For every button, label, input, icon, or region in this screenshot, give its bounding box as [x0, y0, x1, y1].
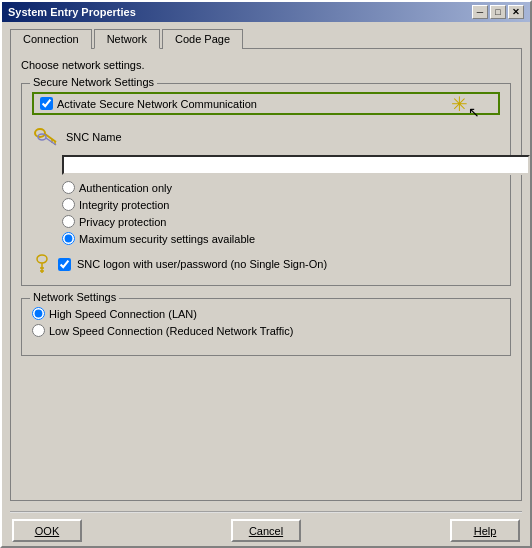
snc-name-input[interactable] — [62, 155, 530, 175]
maximum-security-radio[interactable] — [62, 232, 75, 245]
tab-code-page[interactable]: Code Page — [162, 29, 243, 49]
snc-logon-label[interactable]: SNC logon with user/password (no Single … — [77, 258, 327, 270]
help-button[interactable]: Help — [450, 519, 520, 542]
close-button[interactable]: ✕ — [508, 5, 524, 19]
star-icon: ✳ — [451, 92, 468, 116]
titlebar-buttons: ─ □ ✕ — [472, 5, 524, 19]
authentication-only-radio[interactable] — [62, 181, 75, 194]
maximum-security-label[interactable]: Maximum security settings available — [79, 233, 255, 245]
snc-logon-checkbox[interactable] — [58, 258, 71, 271]
cancel-button[interactable]: Cancel — [231, 519, 301, 542]
svg-point-6 — [37, 255, 47, 263]
integrity-protection-label[interactable]: Integrity protection — [79, 199, 170, 211]
titlebar: System Entry Properties ─ □ ✕ — [2, 2, 530, 22]
svg-point-0 — [35, 129, 45, 137]
network-settings-title: Network Settings — [30, 291, 119, 303]
bottom-buttons: OOK OK Cancel Help — [2, 515, 530, 546]
low-speed-label[interactable]: Low Speed Connection (Reduced Network Tr… — [49, 325, 293, 337]
network-settings-group: Network Settings High Speed Connection (… — [21, 298, 511, 356]
privacy-row: Privacy protection — [62, 215, 500, 228]
integrity-protection-radio[interactable] — [62, 198, 75, 211]
authentication-only-label[interactable]: Authentication only — [79, 182, 172, 194]
tab-network[interactable]: Network — [94, 29, 160, 49]
low-speed-radio[interactable] — [32, 324, 45, 337]
tab-connection[interactable]: Connection — [10, 29, 92, 49]
snc-keys-icon — [32, 123, 60, 151]
privacy-protection-label[interactable]: Privacy protection — [79, 216, 166, 228]
integrity-row: Integrity protection — [62, 198, 500, 211]
max-security-row: Maximum security settings available — [62, 232, 500, 245]
instruction-text: Choose network settings. — [21, 59, 511, 71]
high-speed-row: High Speed Connection (LAN) — [32, 307, 500, 320]
activate-snc-label[interactable]: Activate Secure Network Communication — [57, 98, 257, 110]
ok-underline: O — [35, 525, 44, 537]
tab-content: Choose network settings. Secure Network … — [10, 48, 522, 501]
low-speed-row: Low Speed Connection (Reduced Network Tr… — [32, 324, 500, 337]
snc-logon-key-icon — [32, 253, 52, 275]
security-radio-group: Authentication only Integrity protection… — [62, 181, 500, 245]
secure-network-settings-title: Secure Network Settings — [30, 76, 157, 88]
privacy-protection-radio[interactable] — [62, 215, 75, 228]
window-title: System Entry Properties — [8, 6, 136, 18]
activate-snc-checkbox[interactable] — [40, 97, 53, 110]
secure-network-settings-group: Secure Network Settings Activate Secure … — [21, 83, 511, 286]
activate-snc-area: Activate Secure Network Communication ✳ … — [32, 92, 500, 115]
network-radio-group: High Speed Connection (LAN) Low Speed Co… — [32, 307, 500, 337]
system-entry-properties-window: System Entry Properties ─ □ ✕ Connection… — [0, 0, 532, 548]
ok-button[interactable]: OOK OK — [12, 519, 82, 542]
minimize-button[interactable]: ─ — [472, 5, 488, 19]
snc-logon-row: SNC logon with user/password (no Single … — [32, 253, 500, 275]
tab-bar: Connection Network Code Page — [2, 22, 530, 48]
high-speed-radio[interactable] — [32, 307, 45, 320]
bottom-divider — [10, 511, 522, 513]
maximize-button[interactable]: □ — [490, 5, 506, 19]
snc-name-row: SNC Name — [32, 123, 500, 151]
auth-only-row: Authentication only — [62, 181, 500, 194]
snc-name-label: SNC Name — [66, 131, 122, 143]
cursor-icon: ↖ — [468, 104, 480, 120]
high-speed-label[interactable]: High Speed Connection (LAN) — [49, 308, 197, 320]
